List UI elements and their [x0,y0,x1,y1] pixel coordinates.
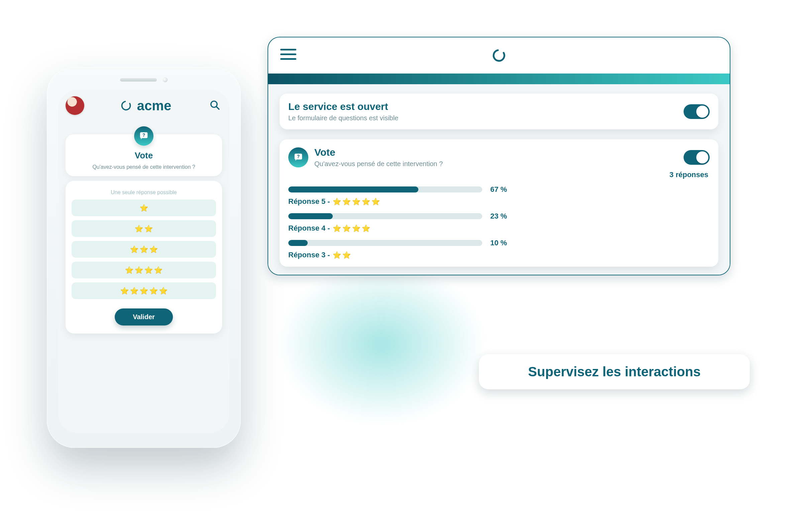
cta-row: Valider [72,309,216,326]
star-icon: ⭐ [140,205,148,211]
speaker-slot [120,78,157,81]
front-camera [163,78,168,82]
search-icon [209,99,220,112]
result-percent: 23 % [490,212,507,220]
vote-option-1[interactable]: ⭐ [72,200,216,216]
result-label: Réponse 4 - [288,224,330,233]
question-icon: ? [288,147,309,167]
phone-header: acme [58,89,229,118]
star-icon: ⭐ [140,246,148,253]
phone-body: ? Vote Qu'avez-vous pensé de cette inter… [58,118,229,342]
vote-admin-title: Vote [314,147,443,158]
avatar[interactable] [66,96,84,115]
caption-card: Supervisez les interactions [479,354,750,389]
star-icon: ⭐ [352,225,361,232]
results-list: 67 %Réponse 5 - ⭐⭐⭐⭐⭐23 %Réponse 4 - ⭐⭐⭐… [288,185,710,259]
star-icon: ⭐ [120,287,129,294]
result-row-1: 67 %Réponse 5 - ⭐⭐⭐⭐⭐ [288,185,710,206]
vote-option-4[interactable]: ⭐⭐⭐⭐ [72,262,216,278]
phone-mockup: acme ? Vote Qu'avez-vous pensé de cette … [47,67,241,448]
vote-option-5[interactable]: ⭐⭐⭐⭐⭐ [72,282,216,299]
star-icon: ⭐ [135,225,143,232]
caption-text: Supervisez les interactions [528,364,700,379]
result-bar-track [288,213,482,219]
svg-line-2 [216,107,219,109]
result-bar-fill [288,240,308,246]
menu-button[interactable] [280,49,296,60]
vote-subtitle: Qu'avez-vous pensé de cette intervention… [92,164,195,170]
star-icon: ⭐ [130,246,139,253]
star-icon: ⭐ [352,198,361,205]
result-label: Réponse 3 - [288,251,330,259]
brand-name: acme [137,98,171,113]
star-icon: ⭐ [333,225,341,232]
brand[interactable]: acme [120,98,171,113]
star-icon: ⭐ [372,198,380,205]
result-bar-fill [288,186,418,192]
result-percent: 67 % [490,185,507,194]
vote-hint: Une seule réponse possible [72,189,216,196]
phone-screen: acme ? Vote Qu'avez-vous pensé de cette … [58,89,229,433]
result-row-3: 10 %Réponse 3 - ⭐⭐ [288,239,710,259]
star-icon: ⭐ [140,287,148,294]
star-icon: ⭐ [362,225,370,232]
vote-admin-subtitle: Qu'avez-vous pensé de cette intervention… [314,160,443,168]
vote-option-2[interactable]: ⭐⭐ [72,220,216,237]
vote-options-card: Une seule réponse possible ⭐⭐⭐⭐⭐⭐⭐⭐⭐⭐⭐⭐⭐… [66,181,222,334]
vote-options: ⭐⭐⭐⭐⭐⭐⭐⭐⭐⭐⭐⭐⭐⭐⭐ [72,200,216,299]
svg-point-5 [492,48,506,63]
responses-count: 3 réponses [288,171,708,179]
admin-panel: Le service est ouvert Le formulaire de q… [268,37,731,276]
star-icon: ⭐ [149,246,158,253]
result-bar-track [288,240,482,246]
result-row-2: 23 %Réponse 4 - ⭐⭐⭐⭐ [288,212,710,233]
panel-body: Le service est ouvert Le formulaire de q… [268,84,730,275]
result-label: Réponse 5 - [288,197,330,206]
svg-text:?: ? [297,154,300,159]
question-icon: ? [134,126,153,146]
vote-option-3[interactable]: ⭐⭐⭐ [72,241,216,258]
vote-toggle[interactable] [684,150,710,165]
vote-admin-card: ? Vote Qu'avez-vous pensé de cette inter… [279,139,718,267]
star-icon: ⭐ [342,198,351,205]
panel-gradient-band [268,74,730,84]
brand-logo-icon [120,100,132,112]
service-subtitle: Le formulaire de questions est visible [288,114,398,122]
service-title: Le service est ouvert [288,101,398,112]
star-icon: ⭐ [342,225,351,232]
vote-card-header: ? Vote Qu'avez-vous pensé de cette inter… [66,134,222,176]
star-icon: ⭐ [154,267,163,274]
result-bar-track [288,186,482,192]
service-toggle[interactable] [684,104,710,119]
panel-topbar [268,37,730,74]
svg-text:?: ? [143,133,145,138]
star-icon: ⭐ [145,225,153,232]
star-icon: ⭐ [362,198,370,205]
star-icon: ⭐ [333,252,341,258]
star-icon: ⭐ [342,252,351,258]
star-icon: ⭐ [125,267,133,274]
star-icon: ⭐ [149,287,158,294]
vote-title: Vote [135,150,153,161]
star-icon: ⭐ [130,287,139,294]
star-icon: ⭐ [145,267,153,274]
brand-logo-icon [491,48,507,63]
result-bar-fill [288,213,333,219]
service-card: Le service est ouvert Le formulaire de q… [279,94,718,129]
background-glow [264,254,498,435]
star-icon: ⭐ [135,267,143,274]
svg-point-0 [120,100,132,111]
star-icon: ⭐ [333,198,341,205]
phone-notch [120,78,168,82]
star-icon: ⭐ [159,287,168,294]
result-percent: 10 % [490,239,507,247]
validate-button[interactable]: Valider [115,309,173,326]
search-button[interactable] [207,98,222,113]
